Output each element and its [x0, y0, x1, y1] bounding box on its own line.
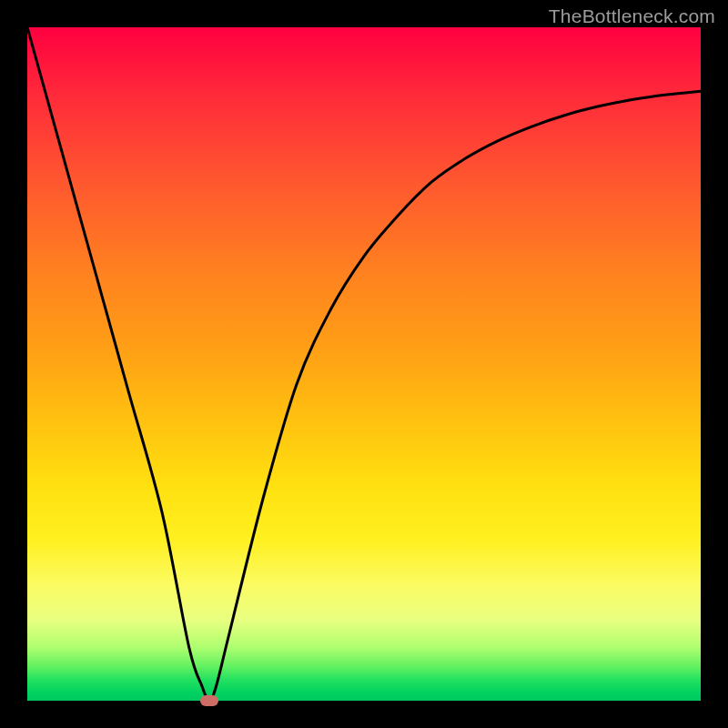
curve-path — [27, 27, 701, 701]
plot-area — [27, 27, 701, 701]
watermark-text: TheBottleneck.com — [549, 5, 715, 27]
minimum-marker — [200, 695, 218, 706]
bottleneck-curve — [27, 27, 701, 701]
chart-frame: TheBottleneck.com — [0, 0, 728, 728]
